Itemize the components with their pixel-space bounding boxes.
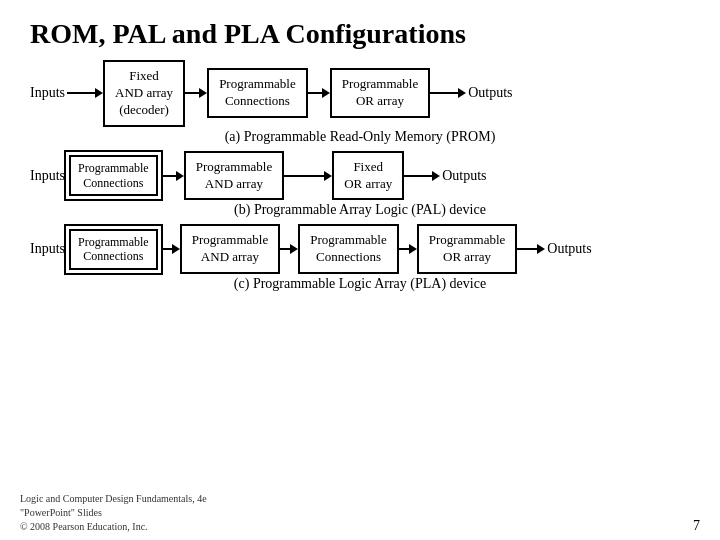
arrow-out-b: [404, 171, 440, 181]
footnote: Logic and Computer Design Fundamentals, …: [20, 492, 207, 534]
arrow-c-2: [399, 244, 417, 254]
arrow-out-c: [517, 244, 545, 254]
box-c-prog-conn-2: Programmable Connections: [298, 224, 399, 274]
arrow-b-1: [284, 171, 332, 181]
box-a-prog-or: Programmable OR array: [330, 68, 431, 118]
arrow-in-c: [162, 244, 180, 254]
box-b-prog-and: Programmable AND array: [184, 151, 285, 201]
diagram-c: Inputs Programmable Connections Programm…: [30, 224, 690, 274]
outputs-label-b: Outputs: [442, 168, 486, 184]
caption-b: (b) Programmable Array Logic (PAL) devic…: [30, 202, 690, 218]
diagram-b: Inputs Programmable Connections Programm…: [30, 151, 690, 201]
caption-a: (a) Programmable Read-Only Memory (PROM): [30, 129, 690, 145]
box-c-prog-and: Programmable AND array: [180, 224, 281, 274]
inputs-label-a: Inputs: [30, 85, 65, 101]
section-b: Inputs Programmable Connections Programm…: [30, 151, 690, 219]
box-a-fixed-and: Fixed AND array (decoder): [103, 60, 185, 127]
box-a-prog-conn: Programmable Connections: [207, 68, 308, 118]
page-title: ROM, PAL and PLA Configurations: [0, 0, 720, 60]
box-c-prog-conn-1: Programmable Connections: [69, 229, 158, 270]
inputs-label-b: Inputs: [30, 168, 65, 184]
footnote-line3: © 2008 Pearson Education, Inc.: [20, 520, 207, 534]
box-c-prog-or: Programmable OR array: [417, 224, 518, 274]
section-a: Inputs Fixed AND array (decoder) Program…: [30, 60, 690, 145]
box-b-prog-conn: Programmable Connections: [69, 155, 158, 196]
arrow-a-2: [308, 88, 330, 98]
arrow-out-a: [430, 88, 466, 98]
arrow-in-a: [67, 88, 103, 98]
page-number: 7: [693, 518, 700, 534]
section-c: Inputs Programmable Connections Programm…: [30, 224, 690, 292]
box-b-fixed-or: Fixed OR array: [332, 151, 404, 201]
arrow-a-1: [185, 88, 207, 98]
arrow-c-1: [280, 244, 298, 254]
outputs-label-a: Outputs: [468, 85, 512, 101]
inputs-label-c: Inputs: [30, 241, 65, 257]
outputs-label-c: Outputs: [547, 241, 591, 257]
footnote-line1: Logic and Computer Design Fundamentals, …: [20, 492, 207, 506]
caption-c: (c) Programmable Logic Array (PLA) devic…: [30, 276, 690, 292]
arrow-in-b: [162, 171, 184, 181]
footnote-line2: "PowerPoint" Slides: [20, 506, 207, 520]
diagram-a: Inputs Fixed AND array (decoder) Program…: [30, 60, 690, 127]
